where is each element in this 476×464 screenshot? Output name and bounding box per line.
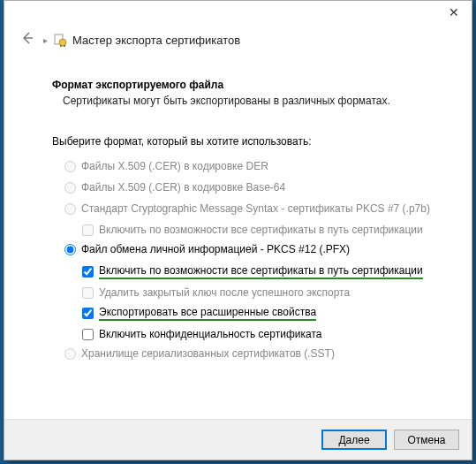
back-button[interactable] <box>17 31 38 49</box>
option-pkcs7: Стандарт Cryptographic Message Syntax - … <box>64 202 436 215</box>
label-pfx-delete: Удалить закрытый ключ после успешного эк… <box>99 286 350 299</box>
close-button[interactable]: ✕ <box>442 3 466 22</box>
breadcrumb-separator-icon: ▸ <box>43 35 48 45</box>
checkbox-pkcs7-chain <box>82 224 94 236</box>
checkbox-pfx-privacy[interactable] <box>82 329 94 340</box>
option-der: Файлы X.509 (.CER) в кодировке DER <box>64 160 436 172</box>
option-pfx-privacy[interactable]: Включить конфиденциальность сертификата <box>82 328 436 340</box>
instruction-text: Выберите формат, который вы хотите испол… <box>52 135 436 148</box>
checkbox-pfx-chain[interactable] <box>82 266 94 278</box>
svg-point-1 <box>59 39 66 46</box>
checkbox-pfx-delete <box>82 287 94 299</box>
option-pfx-extprops[interactable]: Экспортировать все расширенные свойства <box>82 306 436 321</box>
close-icon: ✕ <box>449 5 459 19</box>
radio-sst <box>64 348 76 360</box>
radio-pkcs7 <box>64 203 76 215</box>
wizard-footer: Далее Отмена <box>4 419 472 460</box>
option-pfx-delete: Удалить закрытый ключ после успешного эк… <box>82 286 436 299</box>
wizard-content: Формат экспортируемого файла Сертификаты… <box>4 61 472 360</box>
checkbox-pfx-extprops[interactable] <box>82 308 94 319</box>
certificate-wizard-icon <box>53 33 67 47</box>
label-pkcs7: Стандарт Cryptographic Message Syntax - … <box>81 202 430 215</box>
option-pkcs7-chain: Включить по возможности все сертификаты … <box>82 224 436 236</box>
label-pkcs7-chain: Включить по возможности все сертификаты … <box>99 224 423 236</box>
radio-der <box>64 161 76 172</box>
radio-pfx[interactable] <box>64 244 76 255</box>
label-base64: Файлы X.509 (.CER) в кодировке Base-64 <box>81 181 285 194</box>
option-base64: Файлы X.509 (.CER) в кодировке Base-64 <box>64 181 436 194</box>
label-sst: Хранилище сериализованных сертификатов (… <box>81 347 335 360</box>
cancel-button[interactable]: Отмена <box>394 430 459 450</box>
option-sst: Хранилище сериализованных сертификатов (… <box>64 347 436 360</box>
section-title: Формат экспортируемого файла <box>52 79 436 91</box>
titlebar: ✕ <box>4 1 472 26</box>
next-button[interactable]: Далее <box>321 430 387 450</box>
label-der: Файлы X.509 (.CER) в кодировке DER <box>81 160 268 172</box>
label-pfx: Файл обмена личной информацией - PKCS #1… <box>81 243 350 255</box>
section-subtitle: Сертификаты могут быть экспортированы в … <box>63 95 436 107</box>
label-pfx-privacy: Включить конфиденциальность сертификата <box>99 328 321 340</box>
label-pfx-chain: Включить по возможности все сертификаты … <box>99 264 423 279</box>
wizard-header: ▸ Мастер экспорта сертификатов <box>4 26 472 61</box>
wizard-window: ✕ ▸ Мастер экспорта сертификатов Формат … <box>4 0 472 460</box>
radio-base64 <box>64 182 76 194</box>
arrow-left-icon <box>20 31 34 45</box>
option-pfx-chain[interactable]: Включить по возможности все сертификаты … <box>82 264 436 279</box>
option-pfx[interactable]: Файл обмена личной информацией - PKCS #1… <box>64 243 436 255</box>
wizard-title: Мастер экспорта сертификатов <box>72 34 240 47</box>
label-pfx-extprops: Экспортировать все расширенные свойства <box>99 306 316 321</box>
